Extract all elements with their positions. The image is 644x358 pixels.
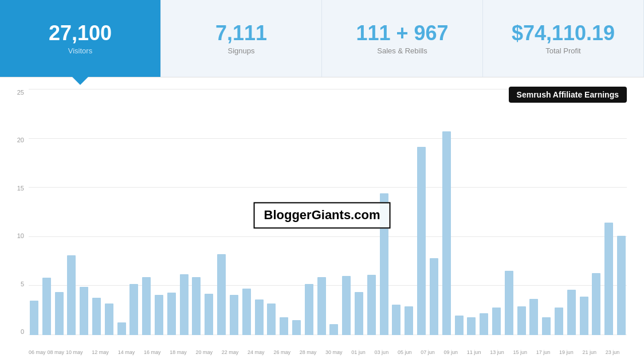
bar — [180, 274, 189, 335]
bar-group — [391, 89, 402, 335]
x-label: 24 may — [248, 349, 265, 355]
x-label: 26 may — [273, 349, 290, 355]
x-label: 16 may — [144, 349, 161, 355]
bar-group — [416, 89, 427, 335]
bar — [517, 306, 526, 335]
bar-group — [29, 89, 40, 335]
stat-label-visitors: Visitors — [68, 46, 92, 55]
bar — [192, 277, 201, 335]
bar-group — [466, 89, 477, 335]
x-label: 22 may — [222, 349, 239, 355]
x-label: 09 jun — [444, 349, 458, 355]
bar-group — [516, 89, 527, 335]
x-label: 10 may — [66, 349, 83, 355]
x-label: 15 jun — [513, 349, 527, 355]
stat-value-visitors: 27,100 — [49, 22, 112, 45]
bar — [217, 254, 226, 335]
bar — [342, 276, 351, 335]
bar-group — [203, 89, 214, 335]
y-axis: 0510152025 — [0, 89, 29, 335]
bar-group — [78, 89, 89, 335]
bar-group — [191, 89, 202, 335]
x-label: 07 jun — [421, 349, 435, 355]
bar-group — [166, 89, 177, 335]
bar — [355, 292, 363, 336]
bar-group — [154, 89, 164, 335]
bar — [555, 308, 563, 335]
x-label: 21 jun — [582, 349, 596, 355]
x-label: 28 may — [300, 349, 317, 355]
bar — [67, 255, 76, 335]
x-label: 18 may — [170, 349, 187, 355]
x-label: 05 jun — [398, 349, 412, 355]
stat-label-profit: Total Profit — [545, 46, 580, 55]
bar — [592, 273, 600, 335]
bar-group — [616, 89, 627, 335]
bar — [167, 293, 176, 335]
bar — [405, 306, 413, 335]
stat-card-profit: $74,110.19Total Profit — [483, 0, 644, 77]
bar — [505, 271, 513, 335]
stats-row: 27,100Visitors7,111Signups111 + 967Sales… — [0, 0, 644, 77]
bar-group — [454, 89, 465, 335]
bar-group — [41, 89, 52, 335]
bar-group — [241, 89, 252, 335]
bar — [242, 289, 251, 335]
bar — [617, 236, 626, 335]
y-label: 0 — [0, 328, 29, 335]
bar-group — [129, 89, 140, 335]
x-label: 01 jun — [351, 349, 366, 355]
bar — [92, 298, 101, 335]
bar — [267, 303, 276, 335]
watermark: BloggerGiants.com — [254, 202, 391, 228]
bar — [142, 277, 151, 335]
chart-area: Semrush Affiliate Earnings BloggerGiants… — [0, 77, 644, 358]
bar-group — [553, 89, 564, 335]
x-label: 14 may — [118, 349, 135, 355]
bar-group — [579, 89, 590, 335]
x-label: 19 jun — [559, 349, 574, 355]
bar-group — [441, 89, 452, 335]
stat-card-signups: 7,111Signups — [161, 0, 322, 77]
bar — [80, 287, 88, 335]
bar — [329, 324, 338, 335]
x-label: 03 jun — [375, 349, 389, 355]
bar — [42, 278, 51, 335]
bar — [30, 301, 38, 335]
bar-group — [104, 89, 115, 335]
x-label: 11 jun — [467, 349, 481, 355]
y-label: 10 — [0, 232, 29, 239]
dashboard-container: 27,100Visitors7,111Signups111 + 967Sales… — [0, 0, 644, 358]
x-label: 20 may — [196, 349, 213, 355]
bar-group — [529, 89, 540, 335]
bar-group — [116, 89, 127, 335]
x-axis: 06 may08 may10 may12 may14 may16 may18 m… — [29, 349, 627, 355]
bar — [305, 284, 313, 335]
bar — [292, 320, 301, 335]
stat-value-signups: 7,111 — [215, 22, 267, 45]
stat-card-sales: 111 + 967Sales & Rebills — [322, 0, 483, 77]
x-label: 13 jun — [490, 349, 504, 355]
y-label: 15 — [0, 185, 29, 192]
bar-group — [541, 89, 552, 335]
y-label: 20 — [0, 137, 29, 143]
bar-group — [603, 89, 614, 335]
bar-group — [66, 89, 77, 335]
bar — [417, 147, 426, 335]
bar-group — [504, 89, 515, 335]
bar-group — [91, 89, 102, 335]
bar — [542, 317, 551, 335]
bar — [467, 317, 476, 335]
stat-label-sales: Sales & Rebills — [377, 46, 427, 55]
stat-label-signups: Signups — [228, 46, 255, 55]
bar — [529, 299, 538, 335]
bar-group — [591, 89, 602, 335]
bar — [492, 308, 501, 335]
bar — [205, 294, 213, 335]
bar-group — [566, 89, 577, 335]
bar-group — [429, 89, 439, 335]
bar-group — [216, 89, 227, 335]
y-label: 25 — [0, 89, 29, 96]
bar — [442, 131, 451, 335]
bar — [129, 284, 138, 335]
